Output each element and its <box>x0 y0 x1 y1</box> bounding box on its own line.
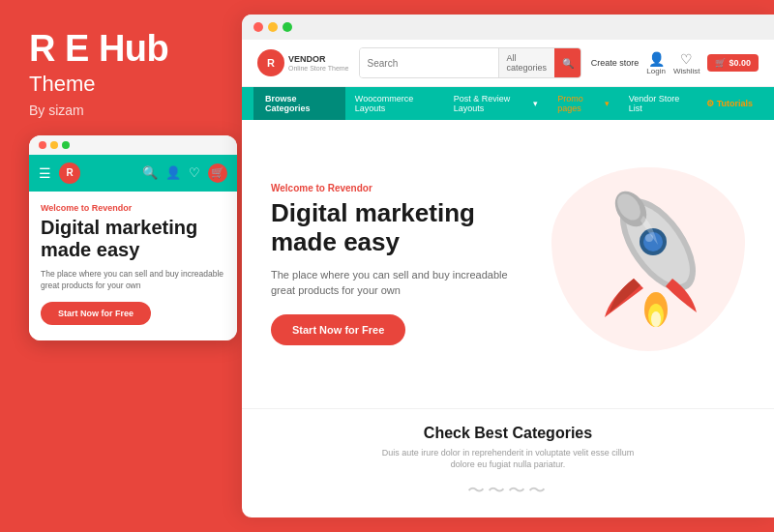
logo-circle: R <box>257 49 284 76</box>
login-label: Login <box>646 67 666 75</box>
hero-image <box>532 167 745 361</box>
login-icon: 👤 <box>648 51 665 67</box>
hero-heading: Digital marketing made easy <box>271 199 513 257</box>
mobile-dot-green <box>62 141 70 149</box>
nav-vendor-store[interactable]: Vendor Store List <box>619 87 697 120</box>
desktop-hero: Welcome to Revendor Digital marketing ma… <box>242 120 774 408</box>
left-panel: R E Hub Theme By sizam ☰ R 🔍 👤 ♡ 🛒 Welco… <box>0 0 242 532</box>
hero-welcome: Welcome to Revendor <box>271 183 513 193</box>
mobile-top-bar <box>29 135 237 155</box>
categories-wave: 〜〜〜〜 <box>271 479 745 502</box>
nav-woocommerce[interactable]: Woocommerce Layouts <box>345 87 444 120</box>
desktop-dot-yellow <box>268 22 278 32</box>
theme-author: By sizam <box>29 103 223 118</box>
hero-description: The place where you can sell and buy inc… <box>271 267 513 299</box>
nav-browse-categories[interactable]: Browse Categories <box>253 87 345 120</box>
hero-left: Welcome to Revendor Digital marketing ma… <box>271 183 513 345</box>
cart-icon: 🛒 <box>715 58 726 68</box>
right-panel: R VENDOR Online Store Theme All categori… <box>242 15 774 517</box>
search-button[interactable]: 🔍 <box>554 48 581 77</box>
desktop-dot-green <box>283 22 292 32</box>
cart-button[interactable]: 🛒 $0.00 <box>707 54 759 72</box>
search-bar[interactable]: All categories 🔍 <box>359 47 581 78</box>
desktop-dot-red <box>253 22 263 32</box>
login-icon-group[interactable]: 👤 Login <box>646 51 666 75</box>
search-input[interactable] <box>360 48 498 77</box>
wishlist-icon-group[interactable]: ♡ Wishlist <box>673 51 700 75</box>
hero-cta-button[interactable]: Start Now for Free <box>271 314 405 345</box>
mobile-heading: Digital marketing made easy <box>41 217 225 261</box>
heart-icon[interactable]: ♡ <box>189 165 200 180</box>
desktop-header: R VENDOR Online Store Theme All categori… <box>242 40 774 87</box>
wishlist-icon: ♡ <box>680 51 693 67</box>
hamburger-icon[interactable]: ☰ <box>39 165 51 181</box>
mobile-nav: ☰ R 🔍 👤 ♡ 🛒 <box>29 155 237 192</box>
theme-title: R E Hub Theme <box>29 29 223 103</box>
wishlist-label: Wishlist <box>673 67 700 75</box>
cart-icon[interactable]: 🛒 <box>208 163 227 183</box>
nav-post-review[interactable]: Post & Review Layouts ▾ <box>444 87 548 120</box>
desktop-nav: Browse Categories Woocommerce Layouts Po… <box>242 87 774 120</box>
svg-point-9 <box>651 311 661 327</box>
cart-price: $0.00 <box>729 58 751 68</box>
desktop-top-bar <box>242 15 774 40</box>
mobile-description: The place where you can sell and buy inc… <box>41 269 225 292</box>
search-category[interactable]: All categories <box>498 48 555 77</box>
mobile-dot-yellow <box>50 141 58 149</box>
nav-promo[interactable]: Promo pages ▾ <box>548 87 618 120</box>
categories-title: Check Best Categories <box>271 425 745 442</box>
categories-description: Duis aute irure dolor in reprehenderit i… <box>372 447 643 471</box>
mobile-logo: R <box>59 163 80 184</box>
mobile-cta-button[interactable]: Start Now for Free <box>41 302 151 325</box>
mobile-welcome-text: Welcome to Revendor <box>41 203 225 213</box>
mobile-content: Welcome to Revendor Digital marketing ma… <box>29 192 237 340</box>
header-actions: Create store 👤 Login ♡ Wishlist 🛒 $0.00 <box>591 51 759 75</box>
categories-section: Check Best Categories Duis aute irure do… <box>242 408 774 517</box>
create-store-link[interactable]: Create store <box>591 58 640 68</box>
desktop-logo: R VENDOR Online Store Theme <box>257 49 349 76</box>
rocket-illustration <box>561 172 735 346</box>
search-icon[interactable]: 🔍 <box>142 165 158 180</box>
mobile-nav-icons: 🔍 👤 ♡ 🛒 <box>142 163 227 183</box>
user-icon[interactable]: 👤 <box>165 165 181 180</box>
nav-tutorials[interactable]: ⚙ Tutorials <box>697 92 762 115</box>
mobile-dot-red <box>39 141 46 149</box>
logo-text-group: VENDOR Online Store Theme <box>288 54 349 72</box>
mobile-mockup: ☰ R 🔍 👤 ♡ 🛒 Welcome to Revendor Digital … <box>29 135 237 340</box>
